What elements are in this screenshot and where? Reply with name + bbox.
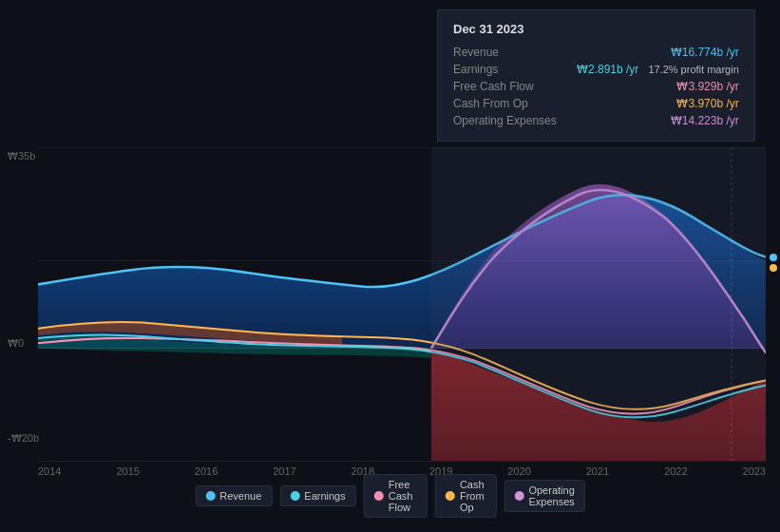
legend-dot-cashfromop [446, 491, 455, 501]
tooltip-label-fcf: Free Cash Flow [453, 80, 577, 93]
legend-item-opex[interactable]: Operating Expenses [504, 480, 584, 512]
grid-line-bottom [38, 461, 766, 462]
legend-label-revenue: Revenue [219, 490, 261, 502]
legend-item-revenue[interactable]: Revenue [195, 485, 272, 506]
x-label-2023: 2023 [743, 466, 766, 477]
tooltip-row-opex: Operating Expenses ₩14.223b /yr [453, 112, 739, 129]
y-label-mid: ₩0 [8, 337, 24, 350]
tooltip-row-fcf: Free Cash Flow ₩3.929b /yr [453, 78, 739, 95]
legend-item-fcf[interactable]: Free Cash Flow [364, 474, 428, 518]
revenue-dot-right [770, 254, 777, 261]
legend-label-cashfromop: Cash From Op [460, 479, 486, 513]
tooltip-date: Dec 31 2023 [453, 22, 739, 36]
tooltip-label-revenue: Revenue [453, 46, 577, 59]
x-label-2015: 2015 [116, 466, 139, 477]
tooltip-value-fcf: ₩3.929b /yr [676, 80, 738, 93]
tooltip-label-earnings: Earnings [453, 63, 577, 76]
legend-dot-earnings [290, 491, 299, 501]
grid-line-top [38, 147, 766, 148]
tooltip-label-cashfromop: Cash From Op [453, 97, 577, 110]
profit-margin-label: 17.2% profit margin [648, 64, 738, 75]
legend-dot-revenue [205, 491, 215, 501]
legend-item-cashfromop[interactable]: Cash From Op [435, 474, 497, 518]
chart-legend: Revenue Earnings Free Cash Flow Cash Fro… [195, 474, 585, 518]
legend-item-earnings[interactable]: Earnings [279, 485, 355, 506]
x-label-2014: 2014 [38, 466, 61, 477]
legend-label-opex: Operating Expenses [528, 484, 574, 507]
right-dots [770, 254, 777, 272]
legend-label-fcf: Free Cash Flow [389, 479, 417, 513]
legend-label-earnings: Earnings [304, 490, 345, 502]
x-label-2022: 2022 [664, 466, 687, 477]
tooltip-value-cashfromop: ₩3.970b /yr [676, 97, 738, 110]
tooltip-row-revenue: Revenue ₩16.774b /yr [453, 44, 739, 61]
data-tooltip: Dec 31 2023 Revenue ₩16.774b /yr Earning… [437, 10, 755, 142]
tooltip-row-cashfromop: Cash From Op ₩3.970b /yr [453, 95, 739, 112]
tooltip-row-earnings: Earnings ₩2.891b /yr 17.2% profit margin [453, 61, 739, 78]
tooltip-value-earnings: ₩2.891b /yr [577, 63, 638, 76]
chart-area [38, 147, 766, 461]
tooltip-label-opex: Operating Expenses [453, 114, 577, 127]
y-label-top: ₩35b [8, 150, 35, 162]
tooltip-value-revenue: ₩16.774b /yr [671, 46, 739, 59]
tooltip-value-opex: ₩14.223b /yr [671, 114, 739, 127]
cashop-dot-right [770, 264, 777, 272]
x-label-2021: 2021 [586, 466, 609, 477]
grid-line-mid [38, 260, 766, 261]
y-label-bottom: -₩20b [8, 432, 39, 445]
chart-svg [38, 147, 766, 461]
legend-dot-opex [514, 491, 523, 501]
grid-line-zero [38, 348, 766, 349]
legend-dot-fcf [374, 491, 384, 501]
